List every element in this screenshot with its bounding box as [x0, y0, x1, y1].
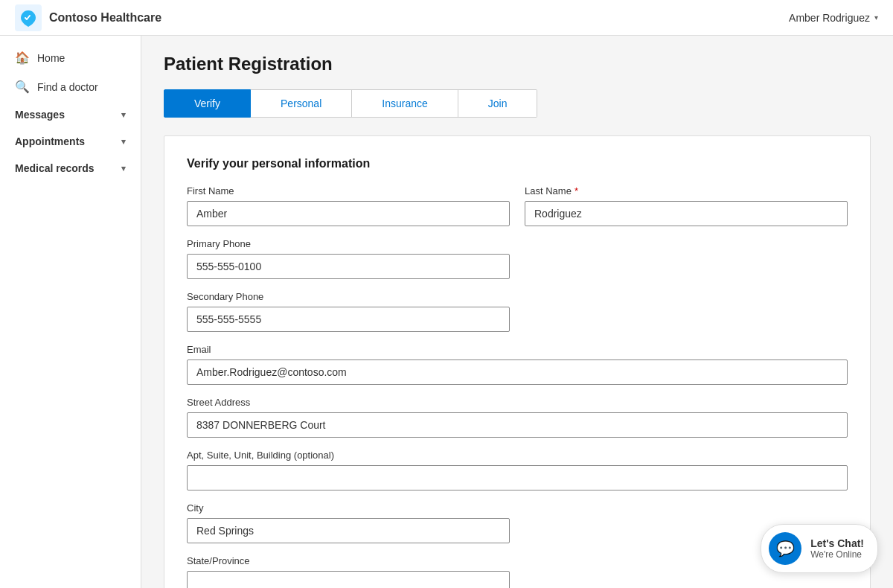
chat-status: We're Online	[810, 549, 864, 560]
city-group: City	[187, 502, 510, 543]
email-label: Email	[187, 344, 848, 355]
last-name-group: Last Name*	[525, 185, 848, 226]
tab-join[interactable]: Join	[458, 89, 538, 118]
state-row: State/Province	[187, 555, 848, 588]
apt-group: Apt, Suite, Unit, Building (optional)	[187, 450, 848, 490]
chat-icon: 💬	[769, 532, 801, 565]
home-icon: 🏠	[15, 51, 30, 65]
tab-personal[interactable]: Personal	[251, 89, 352, 118]
find-doctor-icon: 🔍	[15, 80, 30, 94]
tab-insurance[interactable]: Insurance	[352, 89, 458, 118]
page-title: Patient Registration	[164, 54, 871, 74]
first-name-input[interactable]	[187, 201, 510, 226]
sidebar-medical-records-label: Medical records	[15, 162, 95, 174]
secondary-phone-input[interactable]	[187, 307, 510, 332]
chat-bubble-icon: 💬	[776, 540, 795, 557]
apt-row: Apt, Suite, Unit, Building (optional)	[187, 450, 848, 490]
secondary-phone-row: Secondary Phone	[187, 291, 848, 332]
city-input[interactable]	[187, 518, 510, 543]
sidebar-messages-label: Messages	[15, 109, 65, 121]
chat-title: Let's Chat!	[810, 537, 864, 549]
first-name-label: First Name	[187, 185, 510, 196]
messages-expand-icon: ▾	[121, 110, 126, 120]
city-label: City	[187, 502, 510, 514]
chat-widget[interactable]: 💬 Let's Chat! We're Online	[761, 524, 878, 573]
appointments-expand-icon: ▾	[121, 137, 126, 147]
user-menu-chevron-icon: ▾	[874, 13, 878, 22]
street-address-group: Street Address	[187, 397, 848, 438]
primary-phone-group: Primary Phone	[187, 238, 510, 279]
sidebar-item-find-doctor-label: Find a doctor	[37, 81, 98, 93]
sidebar-appointments-label: Appointments	[15, 135, 85, 147]
state-label: State/Province	[187, 555, 510, 566]
sidebar-item-home-label: Home	[37, 52, 65, 64]
header: Contoso Healthcare Amber Rodriguez ▾	[0, 0, 893, 36]
sidebar-item-messages[interactable]: Messages ▾	[0, 101, 141, 128]
email-group: Email	[187, 344, 848, 385]
primary-phone-row: Primary Phone	[187, 238, 848, 279]
first-name-group: First Name	[187, 185, 510, 226]
apt-input[interactable]	[187, 465, 848, 490]
user-name: Amber Rodriguez	[789, 12, 870, 24]
secondary-phone-label: Secondary Phone	[187, 291, 510, 302]
logo-icon	[15, 4, 42, 31]
state-input[interactable]	[187, 571, 510, 588]
email-row: Email	[187, 344, 848, 385]
sidebar-item-home[interactable]: 🏠 Home	[0, 43, 141, 72]
app-layout: 🏠 Home 🔍 Find a doctor Messages ▾ Appoin…	[0, 36, 893, 588]
form-section-title: Verify your personal information	[187, 157, 848, 170]
primary-phone-input[interactable]	[187, 254, 510, 279]
form-card: Verify your personal information First N…	[164, 135, 871, 588]
email-input[interactable]	[187, 359, 848, 385]
tab-verify[interactable]: Verify	[164, 89, 251, 118]
state-group: State/Province	[187, 555, 510, 588]
main-content: Patient Registration Verify Personal Ins…	[141, 36, 893, 588]
street-address-input[interactable]	[187, 412, 848, 438]
street-address-label: Street Address	[187, 397, 848, 408]
sidebar: 🏠 Home 🔍 Find a doctor Messages ▾ Appoin…	[0, 36, 141, 588]
sidebar-item-find-doctor[interactable]: 🔍 Find a doctor	[0, 72, 141, 101]
apt-label: Apt, Suite, Unit, Building (optional)	[187, 450, 848, 461]
sidebar-item-medical-records[interactable]: Medical records ▾	[0, 155, 141, 182]
logo-text: Contoso Healthcare	[49, 11, 161, 25]
name-row: First Name Last Name*	[187, 185, 848, 226]
registration-tabs: Verify Personal Insurance Join	[164, 89, 871, 118]
street-address-row: Street Address	[187, 397, 848, 438]
logo: Contoso Healthcare	[15, 4, 161, 31]
last-name-label: Last Name*	[525, 185, 848, 196]
secondary-phone-group: Secondary Phone	[187, 291, 510, 332]
medical-records-expand-icon: ▾	[121, 164, 126, 173]
user-menu[interactable]: Amber Rodriguez ▾	[789, 12, 878, 24]
required-star: *	[574, 185, 578, 196]
last-name-input[interactable]	[525, 201, 848, 226]
city-row: City	[187, 502, 848, 543]
chat-text: Let's Chat! We're Online	[810, 537, 864, 560]
sidebar-item-appointments[interactable]: Appointments ▾	[0, 128, 141, 155]
primary-phone-label: Primary Phone	[187, 238, 510, 249]
